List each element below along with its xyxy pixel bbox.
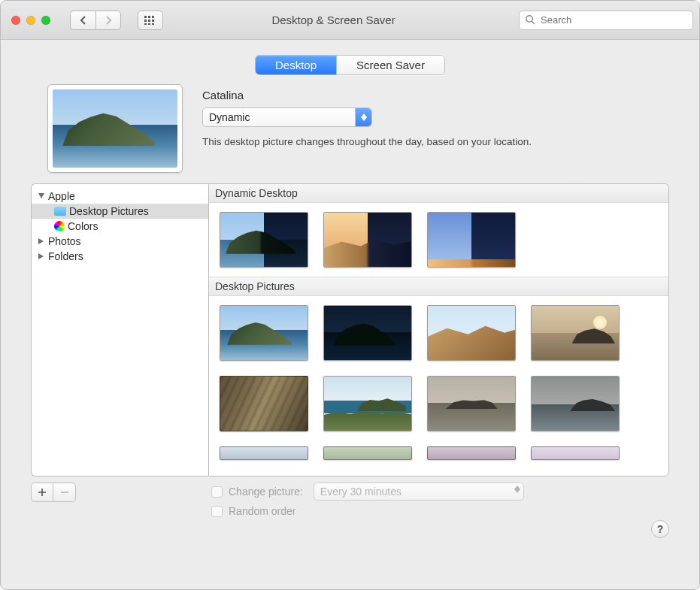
sidebar-label: Apple (48, 190, 75, 202)
add-folder-button[interactable] (31, 483, 53, 502)
sidebar-item-apple[interactable]: Apple (32, 189, 208, 204)
search-input[interactable] (519, 11, 693, 30)
svg-rect-8 (152, 23, 154, 25)
thumb-catalina-dynamic[interactable] (220, 212, 308, 268)
wallpaper-mode-value: Dynamic (209, 111, 250, 123)
section-header-pictures: Desktop Pictures (209, 277, 668, 296)
sidebar-label: Folders (48, 250, 83, 262)
source-sidebar: Apple Desktop Pictures Colors Photos (31, 183, 208, 477)
svg-rect-3 (144, 20, 147, 22)
change-picture-checkbox[interactable] (211, 486, 223, 498)
titlebar: Desktop & Screen Saver (1, 1, 699, 40)
section-header-dynamic: Dynamic Desktop (209, 184, 668, 203)
main-body: Apple Desktop Pictures Colors Photos (1, 183, 699, 477)
change-picture-label: Change picture: (229, 486, 303, 498)
minimize-window-button[interactable] (26, 16, 35, 25)
window-controls (11, 16, 50, 25)
help-icon: ? (657, 523, 664, 535)
remove-folder-button[interactable] (53, 483, 76, 502)
svg-point-9 (526, 15, 532, 21)
disclosure-triangle-icon (38, 193, 45, 199)
close-window-button[interactable] (11, 16, 20, 25)
change-interval-popup[interactable]: Every 30 minutes (314, 483, 524, 501)
svg-rect-1 (148, 16, 150, 18)
current-wallpaper-preview (47, 84, 183, 173)
preferences-window: Desktop & Screen Saver Desktop Screen Sa… (0, 0, 700, 590)
thumb-cliff[interactable] (220, 376, 308, 431)
search-icon (525, 14, 535, 28)
svg-rect-6 (144, 23, 147, 25)
pictures-grid (209, 296, 668, 469)
zoom-window-button[interactable] (41, 16, 50, 25)
wallpaper-mode-popup[interactable]: Dynamic (202, 107, 372, 127)
thumb-bay[interactable] (323, 376, 412, 431)
nav-back-forward (70, 11, 121, 30)
window-title: Desktop & Screen Saver (172, 14, 510, 26)
segmented-control: Desktop Screen Saver (255, 55, 445, 75)
tab-desktop[interactable]: Desktop (256, 56, 337, 74)
svg-rect-0 (144, 16, 147, 18)
sidebar-item-photos[interactable]: Photos (32, 234, 208, 249)
change-options: Change picture: Every 30 minutes Random … (211, 483, 524, 522)
svg-rect-4 (148, 20, 150, 22)
color-wheel-icon (54, 221, 65, 231)
sidebar-label: Photos (48, 235, 81, 247)
thumb-catalina-day[interactable] (220, 305, 308, 361)
thumb-catalina-night[interactable] (323, 305, 412, 361)
thumb-mojave-dynamic[interactable] (323, 212, 412, 268)
thumb-more-4[interactable] (531, 446, 620, 460)
wallpaper-info: Catalina Dynamic This desktop picture ch… (202, 84, 669, 147)
thumb-more-2[interactable] (323, 446, 412, 460)
dynamic-grid (209, 203, 668, 277)
svg-rect-7 (148, 23, 150, 25)
search-field-wrap (519, 11, 693, 30)
help-button[interactable]: ? (651, 520, 669, 538)
thumb-mojave-day[interactable] (427, 305, 516, 361)
svg-rect-5 (152, 20, 154, 22)
wallpaper-description: This desktop picture changes throughout … (202, 136, 669, 147)
disclosure-triangle-icon (38, 253, 45, 259)
chevron-right-icon (105, 16, 112, 25)
thumb-flat-island[interactable] (427, 376, 516, 431)
plus-icon (38, 488, 47, 497)
thumb-solar-dynamic[interactable] (427, 212, 516, 268)
popup-arrows-icon (514, 486, 520, 493)
random-order-checkbox[interactable] (211, 506, 223, 517)
sidebar-item-colors[interactable]: Colors (32, 219, 208, 234)
random-order-label: Random order (229, 505, 296, 517)
tabs-row: Desktop Screen Saver (1, 40, 699, 81)
sidebar-item-desktop-pictures[interactable]: Desktop Pictures (32, 204, 208, 219)
svg-rect-2 (152, 16, 154, 18)
thumb-more-3[interactable] (427, 446, 516, 460)
tab-screensaver[interactable]: Screen Saver (337, 56, 444, 74)
folder-icon (54, 207, 66, 216)
catalina-preview-image (53, 89, 177, 168)
footer: Change picture: Every 30 minutes Random … (1, 477, 699, 522)
svg-line-10 (532, 21, 535, 24)
grid-icon (144, 16, 156, 25)
popup-arrows-icon (355, 108, 371, 126)
forward-button[interactable] (95, 11, 121, 30)
change-interval-value: Every 30 minutes (320, 486, 402, 498)
show-all-button[interactable] (138, 11, 163, 30)
thumbnail-pane[interactable]: Dynamic Desktop Desktop Pictures (208, 183, 669, 477)
sidebar-label: Desktop Pictures (69, 205, 149, 217)
current-wallpaper-section: Catalina Dynamic This desktop picture ch… (1, 81, 699, 183)
chevron-left-icon (80, 16, 87, 25)
wallpaper-name: Catalina (202, 89, 669, 101)
thumb-more-1[interactable] (220, 446, 308, 460)
sidebar-item-folders[interactable]: Folders (32, 249, 208, 264)
minus-icon (60, 488, 69, 497)
thumb-mojave-sunset[interactable] (531, 305, 620, 361)
back-button[interactable] (70, 11, 95, 30)
sidebar-label: Colors (68, 220, 98, 232)
thumb-storm[interactable] (531, 376, 620, 431)
disclosure-triangle-icon (38, 238, 45, 244)
add-remove-group (31, 483, 76, 502)
